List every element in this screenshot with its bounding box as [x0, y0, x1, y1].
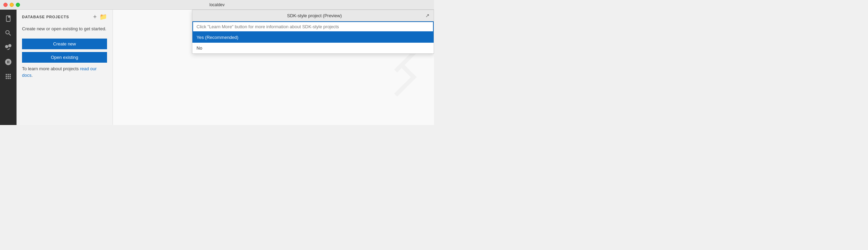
option-no[interactable]: No — [192, 43, 434, 53]
create-new-button[interactable]: Create new — [22, 39, 107, 49]
add-project-button[interactable]: + — [93, 14, 97, 20]
dropdown-search-input[interactable] — [192, 21, 434, 32]
main-content: SDK-style project (Preview) ↗ Yes (Recom… — [113, 10, 434, 125]
sidebar: DATABASE PROJECTS + 📁 Create new or open… — [17, 10, 113, 125]
search-icon[interactable] — [2, 27, 14, 39]
sidebar-actions: + 📁 — [93, 14, 107, 20]
minimize-button[interactable] — [10, 3, 14, 7]
open-folder-button[interactable]: 📁 — [99, 14, 107, 20]
files-icon[interactable] — [2, 12, 14, 25]
extensions-icon[interactable] — [2, 70, 14, 83]
traffic-lights — [3, 3, 20, 7]
dropdown-header: SDK-style project (Preview) ↗ — [192, 10, 434, 21]
activity-bar — [0, 10, 17, 125]
fullscreen-button[interactable] — [16, 3, 20, 7]
sidebar-title: DATABASE PROJECTS — [22, 15, 69, 19]
docs-suffix-text: . — [31, 73, 33, 78]
window-title: localdev — [209, 2, 224, 7]
app-container: DATABASE PROJECTS + 📁 Create new or open… — [0, 10, 434, 125]
sidebar-body-text: Create new or open existing to get start… — [22, 25, 107, 32]
run-debug-icon[interactable] — [2, 56, 14, 68]
dropdown-options-list: Yes (Recommended) No — [192, 32, 434, 53]
external-link-icon[interactable]: ↗ — [425, 13, 430, 18]
title-bar: localdev — [0, 0, 434, 10]
dropdown-header-title: SDK-style project (Preview) — [203, 13, 425, 18]
sidebar-header: DATABASE PROJECTS + 📁 — [22, 14, 107, 20]
dropdown-overlay: SDK-style project (Preview) ↗ Yes (Recom… — [192, 10, 434, 54]
option-yes[interactable]: Yes (Recommended) — [192, 32, 434, 43]
close-button[interactable] — [3, 3, 8, 7]
open-existing-button[interactable]: Open existing — [22, 52, 107, 63]
docs-link-text: To learn more about projects read our do… — [22, 65, 107, 79]
source-control-icon[interactable] — [2, 41, 14, 54]
docs-prefix-text: To learn more about projects — [22, 66, 80, 71]
